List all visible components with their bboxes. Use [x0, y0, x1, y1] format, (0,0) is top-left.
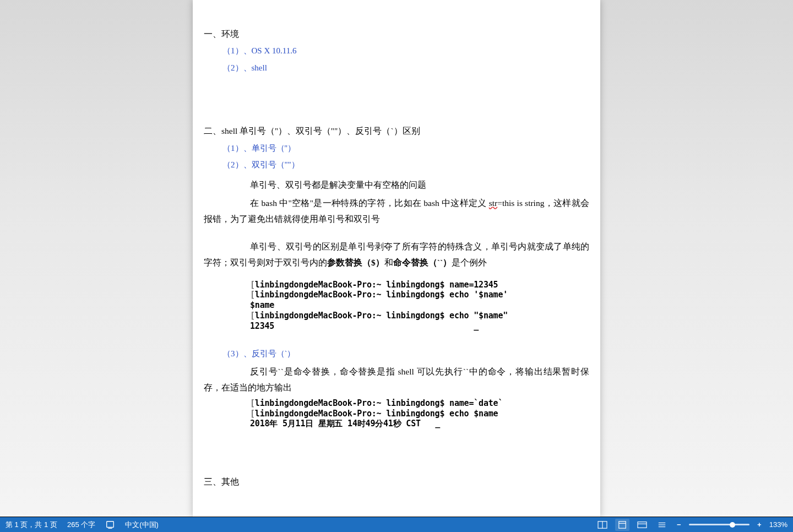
status-zoom-level[interactable]: 133%	[769, 520, 787, 529]
status-bar: 第 1 页，共 1 页 265 个字 中文(中国) − + 133%	[0, 517, 793, 532]
svg-rect-0	[107, 521, 114, 527]
code-line: linbingdongdeMacBook-Pro:~ linbingdong$ …	[255, 311, 508, 321]
spellcheck-error: str	[489, 198, 498, 208]
paragraph: 在 bash 中"空格"是一种特殊的字符，比如在 bash 中这样定义 str=…	[204, 195, 589, 227]
section-3-title: 三、其他	[204, 475, 589, 488]
terminal-snippet-1: [linbingdongdeMacBook-Pro:~ linbingdong$…	[250, 280, 589, 332]
zoom-out-button[interactable]: −	[675, 520, 683, 529]
code-line: 12345	[250, 321, 274, 331]
text-bold: 参数替换（$）	[327, 258, 384, 267]
code-line: 2018年 5月11日 星期五 14时49分41秒 CST	[250, 419, 421, 428]
code-line: linbingdongdeMacBook-Pro:~ linbingdong$ …	[255, 290, 508, 300]
paragraph: 单引号、双引号的区别是单引号剥夺了所有字符的特殊含义，单引号内就变成了单纯的字符…	[204, 238, 589, 271]
text: 是个例外	[452, 258, 487, 267]
text: 在 bash 中"空格"是一种特殊的字符，比如在 bash 中这样定义	[250, 198, 489, 208]
spellcheck-icon[interactable]	[105, 520, 115, 530]
section-2-item-2: （2）、双引号（""）	[222, 159, 589, 171]
status-page-info[interactable]: 第 1 页，共 1 页	[6, 520, 57, 530]
zoom-slider-thumb[interactable]	[730, 522, 735, 528]
zoom-in-button[interactable]: +	[755, 520, 764, 529]
section-2-item-1: （1）、单引号（''）	[222, 142, 589, 155]
text: 反引号``是命令替换，命令替换是指 shell 可以先执行``中的命令，将输出结…	[204, 367, 589, 392]
code-line: $name	[250, 300, 274, 310]
paragraph: 单引号、双引号都是解决变量中有空格的问题	[204, 177, 589, 193]
svg-rect-5	[638, 522, 647, 528]
text-bold: 命令替换（``）	[393, 258, 452, 267]
zoom-slider[interactable]	[689, 524, 749, 525]
section-1-item-2: （2）、shell	[222, 62, 589, 74]
code-line: linbingdongdeMacBook-Pro:~ linbingdong$ …	[255, 409, 498, 419]
view-read-mode-button[interactable]	[595, 519, 610, 531]
document-page[interactable]: 一、环境 （1）、OS X 10.11.6 （2）、shell 二、shell …	[193, 0, 600, 517]
svg-rect-3	[619, 521, 626, 528]
code-line: linbingdongdeMacBook-Pro:~ linbingdong$ …	[255, 280, 498, 290]
view-print-layout-button[interactable]	[615, 519, 629, 531]
document-workspace: 一、环境 （1）、OS X 10.11.6 （2）、shell 二、shell …	[0, 0, 793, 517]
text: 和	[384, 258, 393, 267]
status-word-count[interactable]: 265 个字	[67, 520, 95, 530]
text: 单引号、双引号都是解决变量中有空格的问题	[250, 180, 426, 189]
terminal-snippet-2: [linbingdongdeMacBook-Pro:~ linbingdong$…	[250, 398, 589, 429]
section-2-title: 二、shell 单引号（''）、双引号（""）、反引号（`）区别	[204, 124, 589, 137]
view-outline-button[interactable]	[655, 519, 669, 531]
view-web-layout-button[interactable]	[635, 519, 649, 531]
section-1-item-1: （1）、OS X 10.11.6	[222, 45, 589, 57]
status-language[interactable]: 中文(中国)	[125, 520, 159, 530]
paragraph: 反引号``是命令替换，命令替换是指 shell 可以先执行``中的命令，将输出结…	[204, 363, 589, 396]
section-2-item-3: （3）、反引号（`）	[222, 348, 589, 360]
section-1-title: 一、环境	[204, 28, 589, 40]
code-line: linbingdongdeMacBook-Pro:~ linbingdong$ …	[255, 398, 503, 408]
